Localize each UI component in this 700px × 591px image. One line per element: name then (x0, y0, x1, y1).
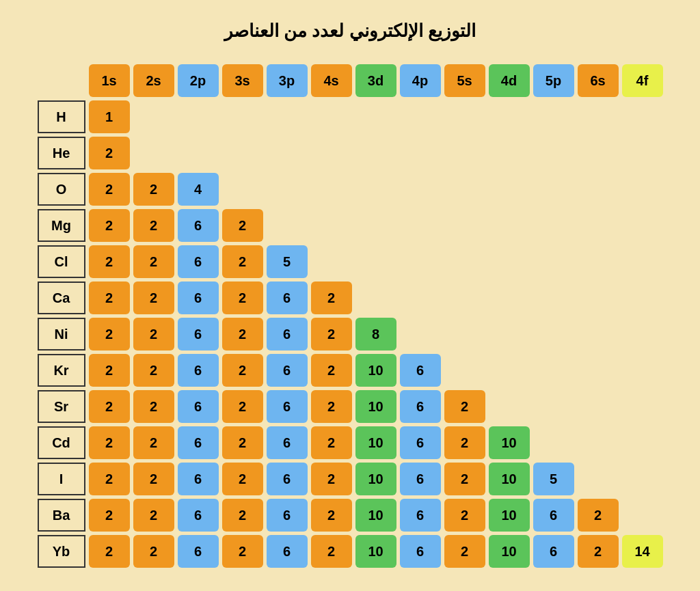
header-cell-4s: 4s (311, 64, 352, 97)
data-cell: 2 (311, 318, 352, 351)
empty-cell (355, 173, 396, 206)
empty-cell (267, 209, 308, 242)
data-cell: 2 (311, 281, 352, 314)
header-cell-2s: 2s (133, 64, 174, 97)
data-cell: 6 (400, 426, 441, 459)
table-row: Kr226262106 (38, 354, 663, 387)
empty-cell (133, 100, 174, 133)
data-cell: 6 (267, 426, 308, 459)
table-row: I2262621062105 (38, 463, 663, 495)
element-label-H: H (38, 100, 85, 133)
empty-cell (489, 173, 530, 206)
data-cell: 2 (311, 390, 352, 423)
data-cell: 6 (267, 499, 308, 532)
data-cell: 6 (400, 463, 441, 495)
empty-cell (400, 245, 441, 278)
empty-cell (489, 281, 530, 314)
data-cell: 6 (178, 390, 219, 423)
data-cell: 2 (311, 499, 352, 532)
empty-cell (578, 100, 619, 133)
empty-cell (400, 209, 441, 242)
data-cell: 6 (178, 499, 219, 532)
empty-cell (533, 245, 574, 278)
element-label-Yb: Yb (38, 535, 85, 568)
data-cell: 2 (444, 535, 485, 568)
table-row: Ca226262 (38, 281, 663, 314)
data-cell: 10 (355, 390, 396, 423)
electron-config-table: 1s2s2p3s3p4s3d4p5s4d5p6s4f H1He2O224Mg22… (34, 61, 667, 571)
data-cell: 6 (400, 390, 441, 423)
empty-cell (533, 100, 574, 133)
empty-cell (622, 173, 663, 206)
data-cell: 6 (533, 535, 574, 568)
empty-cell (489, 318, 530, 351)
empty-cell (622, 245, 663, 278)
data-cell: 6 (178, 209, 219, 242)
data-cell: 2 (89, 245, 130, 278)
data-cell: 2 (89, 281, 130, 314)
data-cell: 10 (489, 499, 530, 532)
empty-cell (622, 354, 663, 387)
element-label-Mg: Mg (38, 209, 85, 242)
header-cell-6s: 6s (578, 64, 619, 97)
data-cell: 2 (444, 463, 485, 495)
header-cell-5s: 5s (444, 64, 485, 97)
empty-cell (222, 137, 263, 169)
element-label-Ca: Ca (38, 281, 85, 314)
data-cell: 6 (178, 245, 219, 278)
empty-cell (311, 100, 352, 133)
empty-cell (578, 137, 619, 169)
empty-cell (444, 354, 485, 387)
empty-cell (444, 100, 485, 133)
element-label-He: He (38, 137, 85, 169)
header-cell-3s: 3s (222, 64, 263, 97)
empty-cell (533, 318, 574, 351)
header-cell-4d: 4d (489, 64, 530, 97)
empty-cell (444, 318, 485, 351)
data-cell: 6 (267, 354, 308, 387)
data-cell: 6 (400, 535, 441, 568)
data-cell: 2 (222, 281, 263, 314)
data-cell: 2 (89, 209, 130, 242)
data-cell: 2 (133, 281, 174, 314)
empty-cell (267, 173, 308, 206)
data-cell: 5 (267, 245, 308, 278)
table-wrapper: 1s2s2p3s3p4s3d4p5s4d5p6s4f H1He2O224Mg22… (22, 61, 678, 571)
empty-cell (622, 390, 663, 423)
data-cell: 2 (89, 499, 130, 532)
empty-cell (444, 173, 485, 206)
table-row: Yb2262621062106214 (38, 535, 663, 568)
header-cell-1s: 1s (89, 64, 130, 97)
data-cell: 5 (533, 463, 574, 495)
data-cell: 2 (133, 463, 174, 495)
header-cell-4p: 4p (400, 64, 441, 97)
table-row: H1 (38, 100, 663, 133)
empty-cell (222, 100, 263, 133)
data-cell: 8 (355, 318, 396, 351)
element-label-O: O (38, 173, 85, 206)
data-cell: 10 (489, 535, 530, 568)
element-label-Cl: Cl (38, 245, 85, 278)
data-cell: 2 (311, 463, 352, 495)
empty-cell (578, 426, 619, 459)
empty-cell (267, 100, 308, 133)
data-cell: 2 (311, 426, 352, 459)
empty-cell (622, 426, 663, 459)
data-cell: 10 (355, 463, 396, 495)
data-cell: 10 (489, 463, 530, 495)
empty-cell (622, 281, 663, 314)
table-row: Ba22626210621062 (38, 499, 663, 532)
table-row: Sr2262621062 (38, 390, 663, 423)
empty-cell (622, 463, 663, 495)
table-row: Ni2262628 (38, 318, 663, 351)
page-title: التوزيع الإلكتروني لعدد من العناصر (22, 20, 678, 42)
data-cell: 2 (133, 535, 174, 568)
empty-cell (622, 499, 663, 532)
data-cell: 2 (311, 535, 352, 568)
empty-cell (311, 173, 352, 206)
data-cell: 2 (89, 354, 130, 387)
element-label-Sr: Sr (38, 390, 85, 423)
data-cell: 6 (400, 499, 441, 532)
main-container: التوزيع الإلكتروني لعدد من العناصر 1s2s2… (22, 20, 678, 571)
data-cell: 2 (89, 137, 130, 169)
